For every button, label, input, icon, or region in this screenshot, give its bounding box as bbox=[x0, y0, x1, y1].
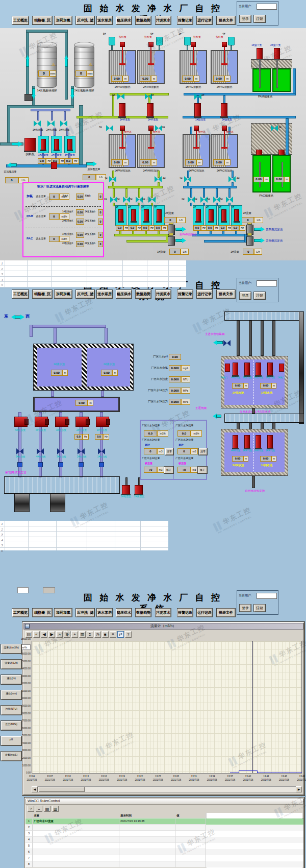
panel-flow-value[interactable]: 0 bbox=[49, 236, 59, 242]
adjust-value[interactable]: +0 bbox=[144, 467, 157, 473]
vacuum-pump-icon[interactable] bbox=[122, 485, 130, 494]
toolbar-button-9-s1[interactable]: 运行记录 bbox=[197, 16, 212, 25]
toolbar-button-3-s2[interactable]: 反冲洗_滤池 bbox=[76, 290, 94, 298]
toolbar-button-2-s2[interactable]: 加药加氯 bbox=[55, 290, 72, 298]
valve-icon[interactable] bbox=[109, 176, 116, 182]
panel-flow-value[interactable]: 0 bbox=[49, 194, 59, 200]
valve-icon[interactable] bbox=[16, 448, 23, 454]
coef-b-value[interactable]: 0 bbox=[98, 241, 103, 247]
logout-button[interactable]: 注销 bbox=[254, 605, 265, 612]
coef-b-value[interactable]: 0 bbox=[98, 194, 103, 200]
coef-k-value[interactable]: 0.00 bbox=[76, 219, 84, 225]
valve-icon[interactable] bbox=[110, 197, 117, 203]
circuit-pump-icon[interactable] bbox=[119, 103, 125, 117]
valve-icon[interactable] bbox=[37, 448, 44, 454]
coef-b-value[interactable]: 0 bbox=[98, 209, 103, 215]
trend-toolbar-toggle-ruler-button[interactable]: ⇄ bbox=[117, 631, 124, 638]
recycle-pump-icon[interactable] bbox=[256, 435, 261, 448]
coef-b-value[interactable]: 0 bbox=[98, 219, 103, 225]
trend-toolbar-export-button[interactable]: ▤ bbox=[26, 631, 32, 638]
valve-icon[interactable] bbox=[188, 197, 195, 203]
valve-icon[interactable] bbox=[123, 197, 130, 203]
toolbar-button-0-s2[interactable]: 工艺概览 bbox=[12, 290, 29, 298]
feed-pump-icon[interactable] bbox=[109, 37, 115, 45]
valve-icon[interactable] bbox=[98, 448, 105, 454]
valve-icon[interactable] bbox=[155, 176, 162, 182]
toolbar-button-7-s1[interactable]: 污泥泵水 bbox=[156, 16, 171, 25]
valve-icon[interactable] bbox=[226, 197, 233, 203]
submersible-pump-icon[interactable] bbox=[257, 48, 263, 59]
recycle-pump-icon[interactable] bbox=[267, 435, 273, 448]
trend-toolbar-prev-button[interactable]: ◀ bbox=[41, 631, 47, 638]
current-user-input[interactable] bbox=[257, 4, 277, 10]
toolbar-button-10-s2[interactable]: 报表文件夹 bbox=[217, 290, 235, 298]
valve-icon[interactable] bbox=[213, 197, 220, 203]
trend-ruler-line[interactable] bbox=[252, 641, 253, 773]
toolbar-button-5-s2[interactable]: 稳压供水 bbox=[116, 290, 132, 298]
toolbar-button-4-s1[interactable]: 送水泵房 bbox=[97, 16, 112, 25]
apply-adjust-button[interactable]: 修正 bbox=[164, 467, 173, 473]
scrollbar-left-arrow[interactable]: ◀ bbox=[32, 786, 38, 792]
toolbar-button-6-s1[interactable]: 数据趋势 bbox=[136, 16, 151, 25]
drain-pump-icon[interactable] bbox=[233, 363, 238, 376]
panel-flow-value[interactable]: 0 bbox=[49, 213, 59, 220]
trend-group-button-2[interactable]: 液位(m) bbox=[1, 675, 21, 684]
toolbar-button-3-s3[interactable]: 反冲洗_滤池 bbox=[76, 609, 94, 617]
login-button[interactable]: 登录 bbox=[240, 605, 251, 612]
toolbar-button-9-s3[interactable]: 运行记录 bbox=[197, 609, 212, 617]
current-user-input[interactable] bbox=[257, 593, 277, 599]
trend-toolbar-stop-button[interactable]: ■ bbox=[102, 631, 109, 638]
toolbar-button-9-s2[interactable]: 运行记录 bbox=[197, 290, 212, 298]
trend-group-button-1[interactable]: 流量计(L/h) bbox=[1, 660, 21, 669]
ruler-toolbar-help-button[interactable]: ? bbox=[28, 806, 34, 812]
drain-pump-icon[interactable] bbox=[267, 363, 273, 376]
coef-b-value[interactable]: 0 bbox=[98, 232, 103, 238]
valve-icon[interactable] bbox=[200, 197, 208, 203]
circuit-pump-icon[interactable] bbox=[194, 103, 201, 117]
valve-icon[interactable] bbox=[223, 340, 231, 346]
toolbar-button-7-s3[interactable]: 污泥泵水 bbox=[156, 609, 171, 617]
ruler-toolbar-columns-button[interactable]: ▥ bbox=[52, 806, 59, 812]
toolbar-button-1-s3[interactable]: 细格栅_沉淀池 bbox=[33, 609, 52, 617]
toolbar-button-8-s3[interactable]: 报警记录 bbox=[177, 609, 193, 617]
trend-plot-area[interactable] bbox=[32, 641, 302, 774]
submersible-pump-icon[interactable] bbox=[274, 48, 280, 59]
trend-group-button-7[interactable]: 余氯(mg/L) bbox=[1, 752, 21, 761]
valve-icon[interactable] bbox=[60, 120, 67, 127]
apply-adjust-button[interactable]: 修正 bbox=[198, 467, 207, 473]
trend-toolbar-print-button[interactable]: ≡ bbox=[110, 631, 116, 638]
trend-toolbar-help-button[interactable]: ? bbox=[125, 631, 132, 638]
toolbar-button-6-s2[interactable]: 数据趋势 bbox=[136, 290, 151, 298]
toolbar-button-10-s1[interactable]: 报表文件夹 bbox=[217, 16, 235, 25]
toolbar-button-5-s1[interactable]: 稳压供水 bbox=[116, 16, 132, 25]
trend-toolbar-time-range-button[interactable]: ◷ bbox=[94, 631, 101, 638]
trend-toolbar-pan-button[interactable]: + bbox=[71, 631, 78, 638]
toolbar-button-10-s3[interactable]: 报表文件夹 bbox=[217, 609, 235, 617]
feed-pump-icon[interactable] bbox=[184, 37, 191, 45]
valve-icon[interactable] bbox=[148, 197, 156, 203]
toolbar-button-8-s1[interactable]: 报警记录 bbox=[177, 16, 193, 25]
trend-toolbar-statistics-button[interactable]: Σ bbox=[87, 631, 93, 638]
trend-group-button-0[interactable]: 流量计(m3/h) bbox=[1, 644, 21, 654]
spreadsheet-strip[interactable] bbox=[0, 521, 168, 550]
valve-icon[interactable] bbox=[106, 125, 113, 131]
valve-icon[interactable] bbox=[136, 197, 143, 203]
toolbar-button-4-s3[interactable]: 送水泵房 bbox=[97, 609, 112, 617]
valve-icon[interactable] bbox=[228, 176, 236, 182]
logout-button[interactable]: 注销 bbox=[254, 15, 265, 22]
recycle-pump-icon[interactable] bbox=[244, 435, 250, 448]
trend-toolbar-next-button[interactable]: ▶ bbox=[48, 631, 55, 638]
coef-k-value[interactable]: 0.00 bbox=[76, 241, 84, 247]
circuit-pump-icon[interactable] bbox=[147, 103, 154, 117]
toolbar-button-8-s2[interactable]: 报警记录 bbox=[177, 290, 193, 298]
circuit-pump-icon[interactable] bbox=[221, 103, 227, 117]
gate-valve-icon[interactable] bbox=[279, 364, 284, 372]
scrollbar-thumb[interactable] bbox=[39, 787, 85, 792]
toolbar-button-1-s1[interactable]: 细格栅_沉淀池 bbox=[33, 16, 52, 25]
toolbar-button-3-s1[interactable]: 反冲洗_滤池 bbox=[76, 16, 94, 25]
ruler-toolbar-export-button[interactable]: ▤ bbox=[44, 806, 50, 812]
logout-button[interactable]: 注销 bbox=[254, 292, 265, 299]
trend-group-button-5[interactable]: 压力(MPa) bbox=[1, 721, 21, 730]
toolbar-button-2-s3[interactable]: 加药加氯 bbox=[55, 609, 72, 617]
valve-icon[interactable] bbox=[57, 448, 64, 454]
